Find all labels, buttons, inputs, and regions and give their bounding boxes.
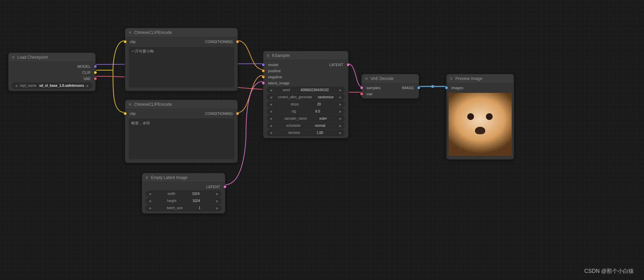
node-ksampler[interactable]: KSampler modelLATENT positive negative l… <box>263 51 348 138</box>
output-latent[interactable]: LATENT <box>142 184 225 190</box>
node-title[interactable]: ChineseCLIPEncode <box>125 100 238 109</box>
steps-widget[interactable]: ◀steps20▶ <box>267 101 345 107</box>
denoise-widget[interactable]: ◀denoise1.00▶ <box>267 129 345 136</box>
prompt-textarea[interactable]: 畸形，水印 <box>129 119 234 159</box>
batch-size-widget[interactable]: ◀batch_size1▶ <box>146 205 222 211</box>
ckpt-name-widget[interactable]: ◀ckpt_name sd_xl_base_1.0.safetensors▶ <box>12 82 92 89</box>
input-latent-image[interactable]: latent_image <box>263 80 348 86</box>
node-vae-decode[interactable]: VAE Decode samplesIMAGE vae <box>361 74 419 99</box>
input-vae[interactable]: vae <box>362 91 419 97</box>
node-empty-latent-image[interactable]: Empty Latent Image LATENT ◀width1024▶ ◀h… <box>142 173 225 214</box>
height-widget[interactable]: ◀height1024▶ <box>146 198 222 204</box>
node-title[interactable]: Empty Latent Image <box>142 173 225 182</box>
input-clip[interactable]: clipCONDITIONING <box>125 111 238 117</box>
input-samples[interactable]: samplesIMAGE <box>362 85 419 91</box>
svg-point-0 <box>431 85 434 88</box>
scheduler-widget[interactable]: ◀schedulernormal▶ <box>267 122 345 129</box>
node-clip-encode-negative[interactable]: ChineseCLIPEncode clipCONDITIONING 畸形，水印 <box>125 100 238 163</box>
sampler-name-widget[interactable]: ◀sampler_nameeuler▶ <box>267 115 345 122</box>
width-widget[interactable]: ◀width1024▶ <box>146 191 222 197</box>
prompt-textarea[interactable]: 一只可爱小狗 <box>129 47 234 87</box>
node-title[interactable]: KSampler <box>263 51 348 60</box>
input-clip[interactable]: clipCONDITIONING <box>125 39 238 45</box>
watermark-text: CSDN @那个小白猿 <box>584 268 634 275</box>
node-title[interactable]: Preview Image <box>447 74 514 83</box>
node-clip-encode-positive[interactable]: ChineseCLIPEncode clipCONDITIONING 一只可爱小… <box>125 28 238 91</box>
input-model[interactable]: modelLATENT <box>263 62 348 68</box>
output-clip[interactable]: CLIP <box>8 69 95 76</box>
node-preview-image[interactable]: Preview Image images <box>446 74 514 160</box>
input-negative[interactable]: negative <box>263 74 348 80</box>
node-title[interactable]: Load Checkpoint <box>8 53 95 62</box>
preview-image-output <box>449 93 512 156</box>
control-after-generate-widget[interactable]: ◀control_after_generaterandomize▶ <box>267 94 345 100</box>
output-vae[interactable]: VAE <box>8 76 95 82</box>
output-model[interactable]: MODEL <box>8 63 95 69</box>
connection-wires <box>0 0 644 280</box>
cfg-widget[interactable]: ◀cfg8.0▶ <box>267 108 345 115</box>
input-positive[interactable]: positive <box>263 68 348 74</box>
node-title[interactable]: ChineseCLIPEncode <box>125 28 238 37</box>
input-images[interactable]: images <box>447 85 514 91</box>
node-title[interactable]: VAE Decode <box>362 74 419 83</box>
seed-widget[interactable]: ◀seed409660199439192▶ <box>267 87 345 93</box>
node-load-checkpoint[interactable]: Load Checkpoint MODEL CLIP VAE ◀ckpt_nam… <box>8 53 96 91</box>
